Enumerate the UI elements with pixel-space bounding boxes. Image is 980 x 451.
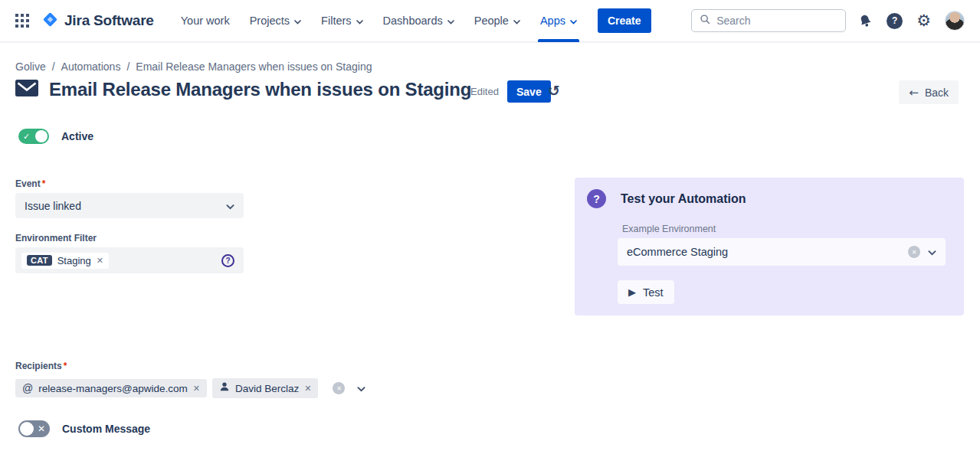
custom-message-toggle-row: ✕ Custom Message — [18, 420, 150, 437]
nav-item-apps[interactable]: Apps — [530, 0, 587, 42]
create-button[interactable]: Create — [598, 8, 651, 33]
chevron-down-icon — [356, 15, 363, 27]
breadcrumb-item-automations[interactable]: Automations — [61, 60, 121, 73]
user-avatar[interactable] — [945, 11, 965, 31]
event-label: Event* — [15, 178, 45, 189]
jira-logo-text: Jira Software — [64, 12, 154, 29]
search-input[interactable] — [716, 15, 837, 27]
email-envelope-icon — [15, 80, 38, 100]
page: Jira Software Your work Projects Filters… — [0, 0, 980, 451]
nav-item-projects[interactable]: Projects — [240, 0, 311, 42]
test-button[interactable]: ▶ Test — [618, 280, 674, 304]
page-title: Email Release Managers when issues on St… — [49, 79, 471, 100]
recipient-chip-email: @ release-managers@apwide.com ✕ — [15, 379, 207, 397]
toggle-check-icon: ✓ — [23, 132, 30, 142]
chip-remove-icon[interactable]: ✕ — [193, 384, 200, 394]
custom-message-label: Custom Message — [62, 423, 150, 435]
recipient-chip-label: David Berclaz — [235, 383, 299, 394]
breadcrumb-separator: / — [52, 60, 55, 73]
nav-item-your-work[interactable]: Your work — [171, 0, 240, 42]
toggle-knob — [35, 130, 48, 142]
breadcrumb: Golive / Automations / Email Release Man… — [15, 60, 372, 73]
edited-status: Edited — [470, 86, 499, 97]
person-icon — [219, 381, 230, 395]
chevron-down-icon — [447, 15, 454, 27]
environment-filter-field[interactable]: CAT Staging ✕ ? — [15, 247, 244, 273]
example-environment-select[interactable]: eCommerce Staging ✕ — [618, 238, 946, 266]
tag-category-badge: CAT — [27, 255, 52, 266]
nav-icon-group: ? ⚙ — [858, 11, 965, 31]
breadcrumb-item-golive[interactable]: Golive — [15, 60, 46, 73]
test-button-label: Test — [643, 286, 664, 299]
required-asterisk: * — [42, 178, 46, 189]
recipient-chip-user: David Berclaz ✕ — [212, 378, 319, 398]
example-environment-label: Example Environment — [622, 224, 716, 234]
back-button-label: Back — [925, 87, 949, 99]
jira-logo[interactable]: Jira Software — [41, 11, 154, 31]
help-icon[interactable]: ? — [887, 13, 903, 29]
chevron-down-icon — [928, 245, 936, 259]
save-button[interactable]: Save — [507, 80, 551, 103]
nav-item-dashboards[interactable]: Dashboards — [373, 0, 464, 42]
active-toggle[interactable]: ✓ — [18, 129, 49, 144]
environment-tag: CAT Staging ✕ — [21, 253, 109, 269]
required-asterisk: * — [64, 361, 67, 371]
nav-item-filters[interactable]: Filters — [311, 0, 372, 42]
search-box — [691, 9, 846, 32]
toggle-x-icon: ✕ — [38, 423, 45, 434]
chevron-down-icon — [570, 15, 577, 27]
back-arrow-icon: ← — [909, 86, 919, 100]
at-icon: @ — [22, 382, 33, 394]
event-select[interactable]: Issue linked — [15, 193, 244, 218]
recipient-chip-label: release-managers@apwide.com — [38, 383, 188, 394]
panel-help-icon: ? — [587, 189, 606, 208]
recipients-field[interactable]: @ release-managers@apwide.com ✕ David Be… — [15, 375, 365, 401]
active-toggle-row: ✓ Active — [18, 129, 93, 144]
custom-message-toggle[interactable]: ✕ — [18, 420, 50, 437]
breadcrumb-separator: / — [126, 60, 129, 73]
toggle-knob — [20, 422, 34, 436]
play-icon: ▶ — [628, 286, 636, 298]
chevron-down-icon — [513, 15, 520, 27]
chevron-down-icon — [357, 381, 365, 395]
environment-filter-label: Environment Filter — [15, 233, 97, 243]
chevron-down-icon — [294, 15, 301, 27]
notifications-bell-icon[interactable] — [858, 14, 873, 28]
tag-name: Staging — [57, 255, 91, 266]
nav-item-people[interactable]: People — [464, 0, 530, 42]
recipients-label: Recipients* — [15, 361, 67, 371]
undo-icon[interactable]: ↺ — [548, 82, 560, 99]
breadcrumb-current-page: Email Release Managers when issues on St… — [136, 60, 372, 73]
active-toggle-label: Active — [61, 130, 93, 142]
jira-logo-icon — [41, 11, 59, 31]
recipients-clear-icon[interactable]: ✕ — [333, 382, 345, 394]
chevron-down-icon — [226, 199, 234, 213]
search-icon — [700, 14, 710, 28]
title-row: Email Release Managers when issues on St… — [15, 79, 471, 100]
field-help-icon[interactable]: ? — [221, 254, 234, 267]
event-select-value: Issue linked — [25, 200, 226, 212]
top-navigation: Jira Software Your work Projects Filters… — [0, 0, 980, 43]
example-environment-value: eCommerce Staging — [627, 246, 908, 258]
tag-remove-icon[interactable]: ✕ — [97, 256, 103, 266]
test-panel-title: Test your Automation — [621, 192, 746, 206]
test-automation-panel: ? Test your Automation Example Environme… — [575, 178, 964, 315]
app-switcher-icon[interactable] — [15, 14, 29, 28]
clear-selection-icon[interactable]: ✕ — [908, 246, 920, 258]
chip-remove-icon[interactable]: ✕ — [304, 384, 311, 394]
settings-gear-icon[interactable]: ⚙ — [916, 13, 931, 29]
back-button[interactable]: ← Back — [899, 80, 959, 104]
